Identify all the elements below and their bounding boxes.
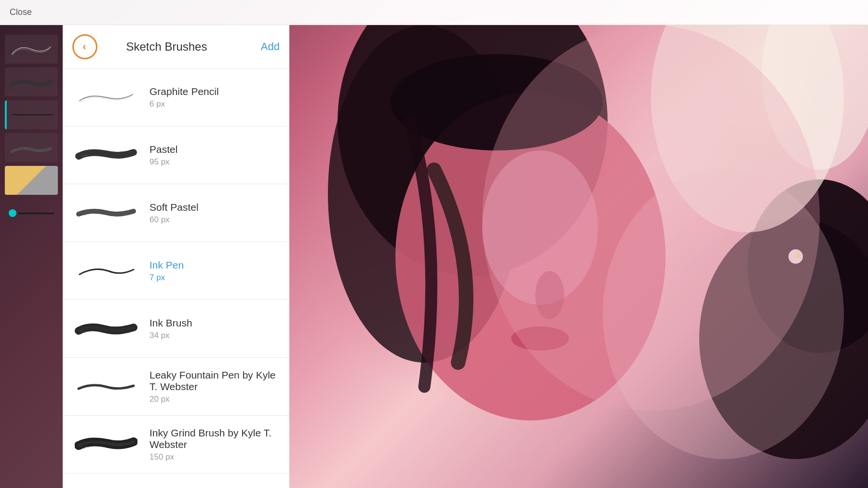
brush-preview-soft-pastel <box>72 199 140 228</box>
active-tool-preview <box>12 114 53 115</box>
brush-name-inky-grind-brush: Inky Grind Brush by Kyle T. Webster <box>149 427 280 450</box>
close-button[interactable]: Close <box>10 7 32 17</box>
brush-name-soft-pastel: Soft Pastel <box>149 202 280 213</box>
artwork-canvas <box>289 25 868 488</box>
size-indicator[interactable] <box>5 199 58 228</box>
brush-name-ink-brush: Ink Brush <box>149 317 280 329</box>
brush-size-leaky-fountain-pen: 20 px <box>149 394 280 404</box>
brush-info-inky-grind-brush: Inky Grind Brush by Kyle T. Webster 150 … <box>140 427 280 462</box>
brush-size-graphite: 6 px <box>149 99 280 109</box>
brush-size-soft-pastel: 60 px <box>149 215 280 225</box>
sidebar-tool-3[interactable] <box>5 133 58 162</box>
brush-name-leaky-fountain-pen: Leaky Fountain Pen by Kyle T. Webster <box>149 369 280 393</box>
brush-preview-ink-brush <box>72 314 140 343</box>
brush-info-pastel: Pastel 95 px <box>140 144 280 167</box>
brush-name-graphite: Graphite Pencil <box>149 86 280 97</box>
brush-item-ink-pen[interactable]: Ink Pen 7 px <box>63 242 289 300</box>
color-swatch[interactable] <box>5 166 58 195</box>
brush-preview-graphite <box>72 83 140 112</box>
brush-item-pastel[interactable]: Pastel 95 px <box>63 126 289 184</box>
top-bar: Close <box>0 0 868 25</box>
brush-list: Graphite Pencil 6 px Pastel 95 px <box>63 68 289 488</box>
brush-panel: ‹ Sketch Brushes Add Graphite Pencil 6 p… <box>63 25 289 488</box>
brush-item-graphite-pencil[interactable]: Graphite Pencil 6 px <box>63 68 289 126</box>
brush-item-inky-grind-brush[interactable]: Inky Grind Brush by Kyle T. Webster 150 … <box>63 416 289 474</box>
size-dot <box>9 209 16 217</box>
brush-size-ink-pen: 7 px <box>149 273 280 283</box>
sidebar-tool-1[interactable] <box>5 35 58 64</box>
panel-header: ‹ Sketch Brushes Add <box>63 25 289 68</box>
brush-preview-inky-grind <box>72 430 140 459</box>
brush-name-pastel: Pastel <box>149 144 280 155</box>
brush-preview-leaky <box>72 372 140 401</box>
brush-size-inky-grind-brush: 150 px <box>149 452 280 462</box>
panel-title: Sketch Brushes <box>72 40 261 54</box>
brush-preview-ink-pen <box>72 257 140 285</box>
sidebar-tool-2[interactable] <box>5 68 58 96</box>
brush-size-ink-brush: 34 px <box>149 331 280 340</box>
size-bar <box>18 213 54 214</box>
brush-item-ink-brush[interactable]: Ink Brush 34 px <box>63 300 289 358</box>
left-sidebar <box>0 25 63 488</box>
brush-info-leaky-fountain-pen: Leaky Fountain Pen by Kyle T. Webster 20… <box>140 369 280 404</box>
brush-preview-pastel <box>72 141 140 170</box>
brush-info-soft-pastel: Soft Pastel 60 px <box>140 202 280 225</box>
brush-info-graphite: Graphite Pencil 6 px <box>140 86 280 109</box>
brush-info-ink-brush: Ink Brush 34 px <box>140 317 280 340</box>
brush-size-pastel: 95 px <box>149 157 280 167</box>
sidebar-tool-active[interactable] <box>5 100 58 129</box>
svg-point-14 <box>603 170 844 459</box>
brush-name-ink-pen: Ink Pen <box>149 259 280 271</box>
brush-info-ink-pen: Ink Pen 7 px <box>140 259 280 283</box>
brush-item-soft-pastel[interactable]: Soft Pastel 60 px <box>63 184 289 242</box>
add-button[interactable]: Add <box>261 41 280 53</box>
brush-item-leaky-fountain-pen[interactable]: Leaky Fountain Pen by Kyle T. Webster 20… <box>63 358 289 416</box>
